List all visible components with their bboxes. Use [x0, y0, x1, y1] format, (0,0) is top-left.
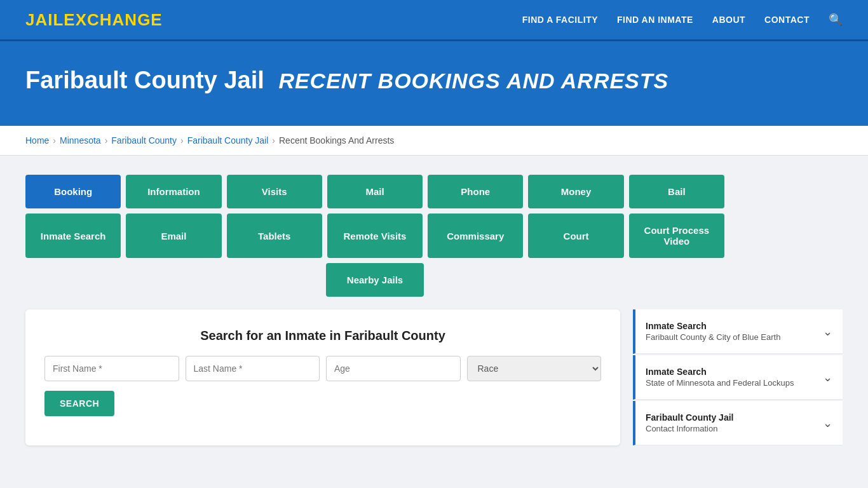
btn-mail[interactable]: Mail [327, 175, 423, 208]
search-card: Search for an Inmate in Faribault County… [25, 309, 620, 445]
btn-email[interactable]: Email [126, 214, 221, 258]
btn-remote-visits[interactable]: Remote Visits [327, 214, 423, 258]
nav-contact[interactable]: CONTACT [764, 15, 810, 25]
nav-find-facility[interactable]: FIND A FACILITY [522, 15, 598, 25]
nav-about[interactable]: ABOUT [712, 15, 745, 25]
logo-part3: XCHANGE [76, 10, 163, 29]
btn-money[interactable]: Money [528, 175, 623, 208]
breadcrumb-bar: Home › Minnesota › Faribault County › Fa… [0, 126, 868, 156]
btn-nearby-jails[interactable]: Nearby Jails [326, 263, 423, 297]
main-content: Booking Information Visits Mail Phone Mo… [0, 156, 868, 464]
logo-part1: JAIL [25, 10, 64, 29]
first-name-input[interactable] [44, 356, 179, 381]
sidebar-item-1-subtitle: Faribault County & City of Blue Earth [646, 332, 780, 342]
chevron-down-icon-2: ⌄ [823, 370, 832, 384]
btn-bail[interactable]: Bail [629, 175, 724, 208]
btn-court-process-video[interactable]: Court Process Video [629, 214, 724, 258]
sidebar: Inmate Search Faribault County & City of… [633, 309, 843, 445]
btn-visits[interactable]: Visits [227, 175, 322, 208]
chevron-down-icon-3: ⌄ [823, 416, 832, 430]
buttons-row1: Booking Information Visits Mail Phone Mo… [25, 175, 724, 208]
search-icon[interactable]: 🔍 [829, 13, 843, 27]
breadcrumb: Home › Minnesota › Faribault County › Fa… [25, 135, 843, 146]
sidebar-item-2-title: Inmate Search [646, 367, 794, 377]
breadcrumb-sep-1: › [53, 135, 56, 146]
breadcrumb-sep-3: › [180, 135, 184, 146]
buttons-row3: Nearby Jails [25, 263, 724, 297]
btn-tablets[interactable]: Tablets [227, 214, 322, 258]
breadcrumb-minnesota[interactable]: Minnesota [60, 135, 101, 146]
sidebar-item-1[interactable]: Inmate Search Faribault County & City of… [633, 309, 843, 354]
btn-court[interactable]: Court [528, 214, 623, 258]
btn-booking[interactable]: Booking [25, 175, 121, 208]
sidebar-item-3[interactable]: Faribault County Jail Contact Informatio… [633, 401, 843, 445]
hero-section: Faribault County Jail Recent Bookings An… [0, 41, 868, 126]
breadcrumb-sep-2: › [105, 135, 108, 146]
nav-links: FIND A FACILITY FIND AN INMATE ABOUT CON… [522, 13, 843, 27]
sidebar-item-1-title: Inmate Search [646, 321, 780, 331]
sidebar-item-2[interactable]: Inmate Search State of Minnesota and Fed… [633, 355, 843, 400]
age-input[interactable] [326, 356, 461, 381]
btn-commissary[interactable]: Commissary [428, 214, 523, 258]
logo[interactable]: JAILEXCHANGE [25, 10, 163, 30]
sidebar-item-2-subtitle: State of Minnesota and Federal Lockups [646, 378, 794, 388]
sidebar-item-3-title: Faribault County Jail [646, 412, 733, 423]
search-button[interactable]: SEARCH [44, 391, 114, 416]
sidebar-item-3-subtitle: Contact Information [646, 424, 733, 433]
chevron-down-icon: ⌄ [823, 325, 832, 339]
btn-inmate-search[interactable]: Inmate Search [25, 214, 121, 258]
race-select[interactable]: Race White Black Hispanic Asian Other [467, 356, 602, 381]
breadcrumb-current: Recent Bookings And Arrests [279, 135, 394, 146]
hero-title: Faribault County Jail Recent Bookings An… [25, 67, 843, 94]
last-name-input[interactable] [186, 356, 320, 381]
btn-phone[interactable]: Phone [428, 175, 523, 208]
search-form: Race White Black Hispanic Asian Other [44, 356, 601, 381]
breadcrumb-faribault-county[interactable]: Faribault County [111, 135, 177, 146]
navigation: JAILEXCHANGE FIND A FACILITY FIND AN INM… [0, 0, 868, 41]
lower-section: Search for an Inmate in Faribault County… [25, 309, 843, 445]
search-title: Search for an Inmate in Faribault County [44, 329, 601, 343]
breadcrumb-home[interactable]: Home [25, 135, 49, 146]
breadcrumb-sep-4: › [272, 135, 275, 146]
logo-part2: E [64, 10, 75, 29]
nav-find-inmate[interactable]: FIND AN INMATE [617, 15, 693, 25]
btn-information[interactable]: Information [126, 175, 221, 208]
buttons-row2: Inmate Search Email Tablets Remote Visit… [25, 214, 724, 258]
breadcrumb-faribault-jail[interactable]: Faribault County Jail [187, 135, 269, 146]
